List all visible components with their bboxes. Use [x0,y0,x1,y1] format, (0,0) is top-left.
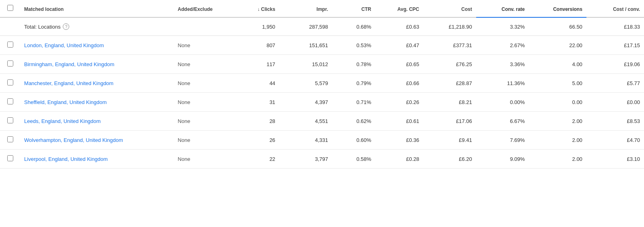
row-0-location-link[interactable]: London, England, United Kingdom [24,42,104,48]
row-4-checkbox-cell[interactable] [0,112,20,131]
row-2-location-link[interactable]: Manchester, England, United Kingdom [24,80,114,86]
row-5-checkbox[interactable] [7,136,13,142]
row-2-checkbox[interactable] [7,79,13,85]
row-1-avg_cpc: £0.65 [375,55,423,74]
total-row-check-cell [0,17,20,36]
row-1-location[interactable]: Birmingham, England, United Kingdom [20,55,174,74]
row-3-location[interactable]: Sheffield, England, United Kingdom [20,93,174,112]
row-4-avg_cpc: £0.61 [375,112,423,131]
row-2-conversions: 5.00 [529,74,586,93]
row-4-checkbox[interactable] [7,117,13,123]
row-1-added: None [174,55,231,74]
row-2-location[interactable]: Manchester, England, United Kingdom [20,74,174,93]
row-3-added: None [174,93,231,112]
row-0-conversions: 22.00 [529,36,586,55]
row-3-ctr: 0.71% [332,93,375,112]
row-5-conversions: 2.00 [529,131,586,150]
row-6-cost: £6.20 [423,150,476,169]
row-3-location-link[interactable]: Sheffield, England, United Kingdom [24,99,107,105]
row-6-checkbox[interactable] [7,155,13,161]
row-1-ctr: 0.78% [332,55,375,74]
row-5-location[interactable]: Wolverhampton, England, United Kingdom [20,131,174,150]
table-row: Birmingham, England, United KingdomNone1… [0,55,644,74]
locations-table: Matched location Added/Exclude ↓ Clicks … [0,0,644,169]
col-header-conv-rate[interactable]: Conv. rate [476,0,529,17]
table-row: Leeds, England, United KingdomNone284,55… [0,112,644,131]
row-6-cost_conv: £3.10 [586,150,644,169]
row-5-checkbox-cell[interactable] [0,131,20,150]
row-3-avg_cpc: £0.26 [375,93,423,112]
row-1-impr: 15,012 [279,55,332,74]
col-header-location: Matched location [20,0,174,17]
col-header-cost-label: Cost [461,6,472,12]
row-2-added: None [174,74,231,93]
row-6-location[interactable]: Liverpool, England, United Kingdom [20,150,174,169]
row-1-cost_conv: £19.06 [586,55,644,74]
total-row-cost-conv: £18.33 [586,17,644,36]
row-5-ctr: 0.60% [332,131,375,150]
row-1-cost: £76.25 [423,55,476,74]
row-1-clicks: 117 [231,55,279,74]
row-2-checkbox-cell[interactable] [0,74,20,93]
row-0-checkbox[interactable] [7,42,13,48]
total-row-clicks: 1,950 [231,17,279,36]
total-row-cost: £1,218.90 [423,17,476,36]
row-6-avg_cpc: £0.28 [375,150,423,169]
row-2-impr: 5,579 [279,74,332,93]
row-3-clicks: 31 [231,93,279,112]
row-4-conversions: 2.00 [529,112,586,131]
row-6-location-link[interactable]: Liverpool, England, United Kingdom [24,156,107,162]
row-2-conv_rate: 11.36% [476,74,529,93]
row-2-avg_cpc: £0.66 [375,74,423,93]
row-0-checkbox-cell[interactable] [0,36,20,55]
row-5-cost_conv: £4.70 [586,131,644,150]
row-1-location-link[interactable]: Birmingham, England, United Kingdom [24,61,114,67]
col-header-conversions[interactable]: Conversions [529,0,586,17]
select-all-header[interactable] [0,0,20,17]
table-row: Manchester, England, United KingdomNone4… [0,74,644,93]
row-3-checkbox[interactable] [7,98,13,104]
col-header-added: Added/Exclude [174,0,231,17]
row-0-cost_conv: £17.15 [586,36,644,55]
col-header-added-label: Added/Exclude [178,6,213,12]
col-header-cost-conv[interactable]: Cost / conv. [586,0,644,17]
col-header-clicks[interactable]: ↓ Clicks [231,0,279,17]
help-icon[interactable]: ? [63,23,69,30]
sort-arrow-icon: ↓ [258,6,260,12]
row-3-conversions: 0.00 [529,93,586,112]
row-1-conv_rate: 3.36% [476,55,529,74]
col-header-impr[interactable]: Impr. [279,0,332,17]
row-0-impr: 151,651 [279,36,332,55]
col-header-impr-label: Impr. [316,6,328,12]
col-header-ctr[interactable]: CTR [332,0,375,17]
col-header-clicks-label: Clicks [261,6,275,12]
row-4-location[interactable]: Leeds, England, United Kingdom [20,112,174,131]
row-1-checkbox-cell[interactable] [0,55,20,74]
row-5-added: None [174,131,231,150]
row-0-location[interactable]: London, England, United Kingdom [20,36,174,55]
col-header-cost[interactable]: Cost [423,0,476,17]
row-6-checkbox-cell[interactable] [0,150,20,169]
row-1-checkbox[interactable] [7,60,13,67]
col-header-avg-cpc[interactable]: Avg. CPC [375,0,423,17]
row-6-conversions: 2.00 [529,150,586,169]
row-0-conv_rate: 2.67% [476,36,529,55]
total-row-ctr: 0.68% [332,17,375,36]
col-header-conversions-label: Conversions [553,6,582,12]
row-4-location-link[interactable]: Leeds, England, United Kingdom [24,118,101,124]
row-4-impr: 4,551 [279,112,332,131]
row-6-ctr: 0.58% [332,150,375,169]
total-row: Total: Locations ? 1,950 287,598 0.68% £… [0,17,644,36]
total-row-label-cell: Total: Locations ? [20,17,174,36]
row-5-location-link[interactable]: Wolverhampton, England, United Kingdom [24,137,123,143]
select-all-checkbox[interactable] [7,5,13,11]
row-2-cost: £28.87 [423,74,476,93]
row-1-conversions: 4.00 [529,55,586,74]
row-2-clicks: 44 [231,74,279,93]
row-3-checkbox-cell[interactable] [0,93,20,112]
col-header-location-label: Matched location [24,6,64,12]
row-2-ctr: 0.79% [332,74,375,93]
table-row: Liverpool, England, United KingdomNone22… [0,150,644,169]
row-3-cost_conv: £0.00 [586,93,644,112]
table-row: Wolverhampton, England, United KingdomNo… [0,131,644,150]
